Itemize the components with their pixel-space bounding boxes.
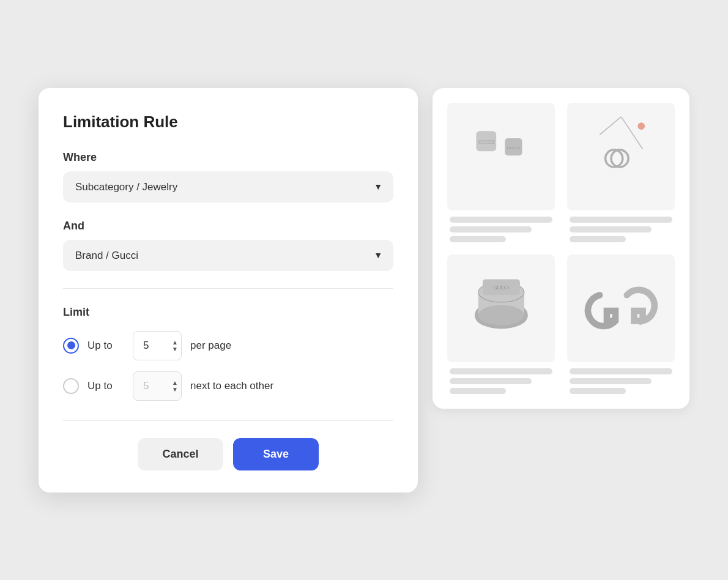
product-card-4 [567,255,675,394]
product-line [450,226,532,232]
product-card-2 [567,103,675,242]
limit-option-2-suffix: next to each other [190,380,273,392]
spinner-2-up[interactable]: ▲ [172,379,178,385]
limit-option-2-spinner: ▲ ▼ [133,371,182,401]
product-line [570,368,672,374]
product-image-3: GUCCI [447,255,555,362]
limit-label: Limit [63,306,393,319]
limit-option-1-row: Up to ▲ ▼ per page [63,331,393,360]
product-lines-4 [567,368,675,394]
modal-footer: Cancel Save [63,420,393,470]
and-select-wrapper: Brand / Gucci Brand / Prada Brand / Chan… [63,240,393,271]
where-select[interactable]: Subcategory / Jewelry Category / Accesso… [63,171,393,203]
and-select[interactable]: Brand / Gucci Brand / Prada Brand / Chan… [63,240,393,271]
modal-title: Limitation Rule [63,113,393,132]
where-select-wrapper: Subcategory / Jewelry Category / Accesso… [63,171,393,203]
spinner-2-buttons: ▲ ▼ [172,379,178,392]
product-line [450,368,552,374]
save-button[interactable]: Save [233,438,319,470]
product-image-2 [567,103,675,210]
divider-1 [63,288,393,289]
spinner-1-up[interactable]: ▲ [172,339,178,345]
svg-text:GUCCI: GUCCI [493,285,509,291]
product-card-3: GUCCI [447,255,555,394]
product-lines-1 [447,217,555,242]
product-line [570,226,652,232]
product-line [570,378,652,384]
svg-point-6 [637,122,645,130]
product-image-1: GUCCI GUCCI [447,103,555,210]
limit-option-2-label: Up to [87,380,124,392]
necklace-icon [578,113,664,199]
product-grid: GUCCI GUCCI [447,103,675,394]
spinner-1-buttons: ▲ ▼ [172,339,178,352]
limitation-rule-modal: Limitation Rule Where Subcategory / Jewe… [39,88,418,493]
limit-option-1-spinner: ▲ ▼ [133,331,182,360]
limit-option-2-row: Up to ▲ ▼ next to each other [63,371,393,401]
product-line [450,388,506,394]
product-line [450,378,532,384]
spinner-2-down[interactable]: ▼ [172,386,178,392]
product-line [570,388,626,394]
limit-option-1-suffix: per page [190,340,231,352]
product-image-4 [567,255,675,362]
product-line [570,236,626,242]
svg-text:GUCCI: GUCCI [478,140,494,146]
preview-panel: GUCCI GUCCI [433,88,689,409]
svg-text:GUCCI: GUCCI [507,146,520,151]
product-line [450,217,552,223]
cancel-button[interactable]: Cancel [138,438,223,470]
spinner-1-down[interactable]: ▼ [172,346,178,352]
product-lines-2 [567,217,675,242]
svg-line-4 [621,117,642,149]
and-label: And [63,220,393,232]
gg-ring-icon [578,265,664,351]
svg-point-12 [478,305,524,325]
svg-line-5 [600,117,621,135]
limit-option-2-radio[interactable] [63,378,79,394]
limit-option-1-radio[interactable] [63,338,79,354]
product-card-1: GUCCI GUCCI [447,103,555,242]
product-lines-3 [447,368,555,394]
ring-icon: GUCCI [458,265,544,351]
limit-option-1-label: Up to [87,340,124,352]
product-line [570,217,672,223]
product-line [450,236,506,242]
earrings-icon: GUCCI GUCCI [458,113,544,199]
where-label: Where [63,151,393,164]
